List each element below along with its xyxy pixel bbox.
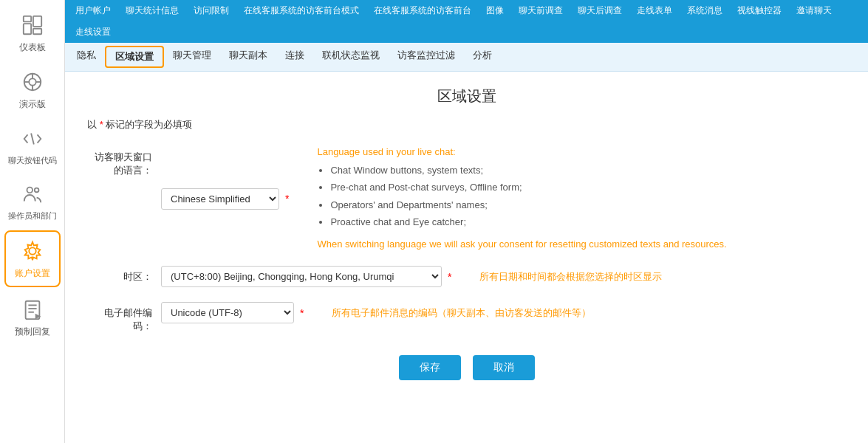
language-help-item-3: Proactive chat and Eye catcher; [330,213,846,230]
language-help-item-0: Chat Window buttons, system texts; [330,162,846,179]
save-button[interactable]: 保存 [399,355,461,380]
svg-rect-0 [23,16,30,22]
sidebar-label-canned: 预制回复 [15,326,50,338]
subnav-analytics[interactable]: 分析 [464,46,501,68]
timezone-row: 时区： (UTC+8:00) Beijing, Chongqing, Hong … [87,266,846,287]
dashboard-icon [19,12,46,38]
language-help-title: Language used in your live chat: [317,146,846,157]
canned-icon [19,296,46,323]
required-star: * [100,119,106,130]
subnav-privacy[interactable]: 隐私 [68,46,105,68]
language-help-note: When switching language we will ask your… [317,237,846,252]
sidebar-item-chatcode[interactable]: 聊天按钮代码 [4,120,61,172]
topnav-item-4[interactable]: 在线客服系统的访客前台 [366,0,479,21]
timezone-select[interactable]: (UTC+8:00) Beijing, Chongqing, Hong Kong… [161,266,442,287]
account-icon [19,238,46,264]
svg-point-13 [29,247,35,254]
required-suffix: 标记的字段为必填项 [106,119,192,130]
encoding-required-star: * [300,307,304,319]
sidebar-item-dashboard[interactable]: 仪表板 [4,6,61,60]
encoding-select[interactable]: Unicode (UTF-8) GBK UTF-16 [161,302,294,323]
timezone-control-wrap: (UTC+8:00) Beijing, Chongqing, Hong Kong… [161,266,846,287]
sidebar-label-demo: 演示版 [19,98,46,111]
subnav-chat-transcript[interactable]: 聊天副本 [220,46,276,68]
main-area: 用户帐户 聊天统计信息 访问限制 在线客服系统的访客前台模式 在线客服系统的访客… [65,0,868,443]
topnav-item-2[interactable]: 访问限制 [186,0,236,21]
demo-icon [19,69,46,95]
language-help-item-2: Operators' and Departments' names; [330,196,846,213]
subnav-connection[interactable]: 连接 [276,46,313,68]
sidebar-label-dashboard: 仪表板 [19,41,46,54]
topnav-item-12[interactable]: 走线设置 [68,21,118,43]
svg-point-11 [27,188,33,193]
sub-nav: 隐私 区域设置 聊天管理 聊天副本 连接 联机状态监视 访客监控过滤 分析 [65,43,868,72]
timezone-label: 时区： [87,266,161,284]
operators-icon [19,181,46,207]
sidebar-item-canned[interactable]: 预制回复 [4,290,61,344]
sidebar-item-account[interactable]: 账户设置 [4,230,61,287]
sidebar-item-demo[interactable]: 演示版 [4,63,61,117]
topnav-item-7[interactable]: 聊天后调查 [570,0,629,21]
timezone-required-star: * [448,271,451,283]
topnav-item-5[interactable]: 图像 [479,0,511,21]
top-nav: 用户帐户 聊天统计信息 访问限制 在线客服系统的访客前台模式 在线客服系统的访客… [65,0,868,43]
language-help-list: Chat Window buttons, system texts; Pre-c… [317,162,846,231]
sidebar: 仪表板 演示版 聊天按钮代码 [0,0,65,443]
language-select[interactable]: Chinese Simplified English French German… [161,188,279,210]
sidebar-label-chatcode: 聊天按钮代码 [8,155,57,166]
language-required-star: * [285,193,289,205]
language-row: 访客聊天窗口的语言： Chinese Simplified English Fr… [87,146,846,251]
subnav-locale[interactable]: 区域设置 [105,46,164,68]
sidebar-item-operators[interactable]: 操作员和部门 [4,175,61,227]
svg-point-5 [29,78,35,85]
svg-point-12 [34,188,38,193]
topnav-item-3[interactable]: 在线客服系统的访客前台模式 [236,0,366,21]
button-row: 保存 取消 [87,355,846,380]
topnav-item-0[interactable]: 用户帐户 [68,0,118,21]
topnav-item-8[interactable]: 走线表单 [629,0,680,21]
svg-rect-2 [33,16,41,27]
topnav-item-1[interactable]: 聊天统计信息 [118,0,186,21]
language-help: Language used in your live chat: Chat Wi… [317,146,846,251]
topnav-item-10[interactable]: 视线触控器 [730,0,789,21]
encoding-row: 电子邮件编码： Unicode (UTF-8) GBK UTF-16 * 所有电… [87,302,846,333]
encoding-label: 电子邮件编码： [87,302,161,333]
page-title: 区域设置 [87,86,846,106]
encoding-control-wrap: Unicode (UTF-8) GBK UTF-16 * 所有电子邮件消息的编码… [161,302,846,323]
subnav-visitor-filter[interactable]: 访客监控过滤 [389,46,464,68]
subnav-status-monitor[interactable]: 联机状态监视 [313,46,389,68]
sidebar-label-account: 账户设置 [15,267,50,280]
sidebar-label-operators: 操作员和部门 [8,210,57,222]
language-help-item-1: Pre-chat and Post-chat surveys, Offline … [330,179,846,196]
subnav-chat-mgmt[interactable]: 聊天管理 [164,46,220,68]
language-control-wrap: Chinese Simplified English French German… [161,146,846,251]
required-prefix: 以 [87,119,97,130]
timezone-help: 所有日期和时间都会根据您选择的时区显示 [479,270,846,284]
chatcode-icon [19,126,46,152]
page-content: 区域设置 以 * 标记的字段为必填项 访客聊天窗口的语言： Chinese Si… [65,72,868,443]
topnav-item-6[interactable]: 聊天前调查 [511,0,570,21]
cancel-button[interactable]: 取消 [473,355,535,380]
svg-line-10 [31,134,34,145]
topnav-item-9[interactable]: 系统消息 [680,0,730,21]
encoding-help: 所有电子邮件消息的编码（聊天副本、由访客发送的邮件等） [332,306,846,320]
required-note: 以 * 标记的字段为必填项 [87,118,846,131]
language-label: 访客聊天窗口的语言： [87,146,161,177]
svg-rect-3 [33,29,41,35]
topnav-item-11[interactable]: 邀请聊天 [789,0,839,21]
svg-rect-1 [23,24,30,34]
